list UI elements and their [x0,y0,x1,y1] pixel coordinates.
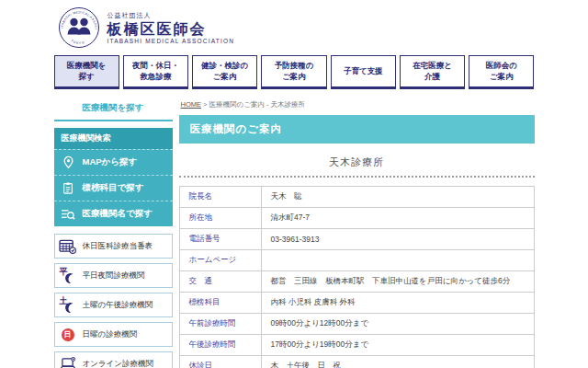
nav-item-label: 在宅医療と 介護 [413,61,452,82]
detail-value [261,250,534,271]
detail-value: 09時00分より12時00分まで [261,314,534,335]
online-icon [58,357,78,368]
brand-block: 公益社団法人 板橋区医師会 ITABASHI MEDICAL ASSOCIATI… [107,11,235,45]
detail-value: 内科 小児科 皮膚科 外科 [261,293,534,314]
table-row: ホームページ [179,250,534,271]
clipboard-icon [61,180,76,196]
sunday-icon: 日 [58,328,78,341]
nav-item[interactable]: 医療機関を 探す [54,55,119,89]
detail-label: 交 通 [179,271,261,293]
detail-value: 木 土午後 日 祝 [261,356,534,368]
dotted-divider [179,176,535,178]
detail-label: 電話番号 [179,229,261,250]
svg-text:· TOKYO ·: · TOKYO · [67,37,88,45]
detail-label: 午後診療時間 [179,335,261,356]
detail-label: 院長名 [179,187,261,208]
table-row: 標榜科目 内科 小児科 皮膚科 外科 [179,293,534,314]
org-name-en: ITABASHI MEDICAL ASSOCIATION [107,38,235,44]
nav-item-label: 医療機関を 探す [67,61,107,82]
detail-value: 天木 聡 [261,187,534,208]
nav-item-label: 子育て支援 [344,66,383,76]
corporation-type: 公益社団法人 [107,11,235,20]
nav-item-label: 予防接種の ご案内 [275,61,314,82]
sidebar-link[interactable]: 日 日曜の診療機関 [54,322,173,347]
table-row: 電話番号 03-3961-3913 [179,229,534,250]
association-seal-logo: ITABASHI MEDICAL ASSOCIATION · TOKYO · [58,6,100,49]
breadcrumb-current: 医療機関のご案内 - 天木診療所 [209,100,306,109]
detail-label: 所在地 [179,208,261,229]
sidebar-link[interactable]: 休日医科診療当番表 [54,234,173,259]
nav-item[interactable]: 予防接種の ご案内 [261,55,326,89]
sidebar-link-label: 平日夜間診療機関 [83,270,145,280]
detail-value: 03-3961-3913 [261,229,534,250]
nav-item[interactable]: 医師会の ご案内 [469,55,534,89]
table-row: 午後診療時間 17時00分より19時00分まで [179,335,534,356]
detail-value: 都営 三田線 板橋本町駅 下車旧中山道を戸田に向かって徒歩6分 [261,271,534,293]
calendar-check-icon [58,238,78,254]
section-title-banner: 医療機関のご案内 [179,115,535,144]
search-items: MAPから探す 標榜科目で探す 医療機関名で探す [54,149,173,226]
nav-item-label: 医師会の ご案内 [486,61,517,82]
sidebar-link-label: 日曜の診療機関 [83,329,138,339]
search-panel-header: 医療機関検索 [54,128,173,149]
sidebar-link-label: 土曜の午後診療機関 [83,300,153,309]
breadcrumb-home-link[interactable]: HOME [181,100,202,109]
table-row: 所在地 清水町47-7 [179,208,534,229]
page: ITABASHI MEDICAL ASSOCIATION · TOKYO · 公… [0,0,588,368]
search-item-label: 医療機関名で探す [83,208,153,220]
search-item-label: MAPから探す [83,156,138,168]
detail-value: 17時00分より19時00分まで [261,335,534,356]
svg-text:ITABASHI MEDICAL ASSOCIATION: ITABASHI MEDICAL ASSOCIATION [58,6,98,29]
weekday-night-icon: 平 [58,269,78,283]
detail-label: ホームページ [179,250,261,271]
search-item-label: 標榜科目で探す [83,182,144,194]
sidebar-link-label: オンライン診療機関 [83,359,154,368]
sidebar-link[interactable]: 平 平日夜間診療機関 [54,263,173,288]
sidebar-title[interactable]: 医療機関を探す [54,98,173,121]
sidebar-links: 休日医科診療当番表 平 平日夜間診療機関 土 土曜の午後診療機関 [54,234,173,368]
sidebar: 医療機関を探す 医療機関検索 MAPから探す [54,98,173,368]
breadcrumb: HOME > 医療機関のご案内 - 天木診療所 [179,98,535,115]
detail-label: 標榜科目 [179,293,261,314]
clinic-name: 天木診療所 [179,155,535,169]
table-row: 院長名 天木 聡 [179,187,534,208]
org-name: 板橋区医師会 [107,21,235,38]
list-search-icon [61,206,76,222]
detail-value: 清水町47-7 [261,208,534,229]
map-pin-icon [61,155,76,170]
site-header: ITABASHI MEDICAL ASSOCIATION · TOKYO · 公… [54,0,535,51]
main-nav: 医療機関を 探す 夜間・休日・ 救急診療 健診・検診の ご案内 予防接種の ご案… [54,55,535,89]
detail-label: 休診日 [179,356,261,368]
nav-item[interactable]: 在宅医療と 介護 [400,55,465,89]
main-content: HOME > 医療機関のご案内 - 天木診療所 医療機関のご案内 天木診療所 院… [179,98,535,368]
nav-item[interactable]: 夜間・休日・ 救急診療 [123,55,188,89]
search-panel: 医療機関検索 MAPから探す 標榜科目で探す [54,128,173,226]
detail-label: 午前診療時間 [179,314,261,335]
search-item[interactable]: MAPから探す [54,149,173,175]
search-item[interactable]: 標榜科目で探す [54,175,173,201]
sidebar-link[interactable]: オンライン診療機関 [54,351,173,368]
table-row: 休診日 木 土午後 日 祝 [179,356,534,368]
table-row: 交 通 都営 三田線 板橋本町駅 下車旧中山道を戸田に向かって徒歩6分 [179,271,534,293]
nav-item-label: 夜間・休日・ 救急診療 [132,61,179,82]
sidebar-link[interactable]: 土 土曜の午後診療機関 [54,293,173,317]
nav-item-label: 健診・検診の ご案内 [201,61,248,82]
breadcrumb-separator: > [203,100,207,109]
nav-item[interactable]: 健診・検診の ご案内 [192,55,257,89]
sidebar-link-label: 休日医科診療当番表 [83,241,153,250]
table-row: 午前診療時間 09時00分より12時00分まで [179,314,534,335]
clinic-details-table: 院長名 天木 聡 所在地 清水町47-7 電話番号 03-3961- [179,186,535,368]
search-item[interactable]: 医療機関名で探す [54,201,173,226]
nav-item[interactable]: 子育て支援 [331,55,396,89]
saturday-afternoon-icon: 土 [58,298,78,313]
